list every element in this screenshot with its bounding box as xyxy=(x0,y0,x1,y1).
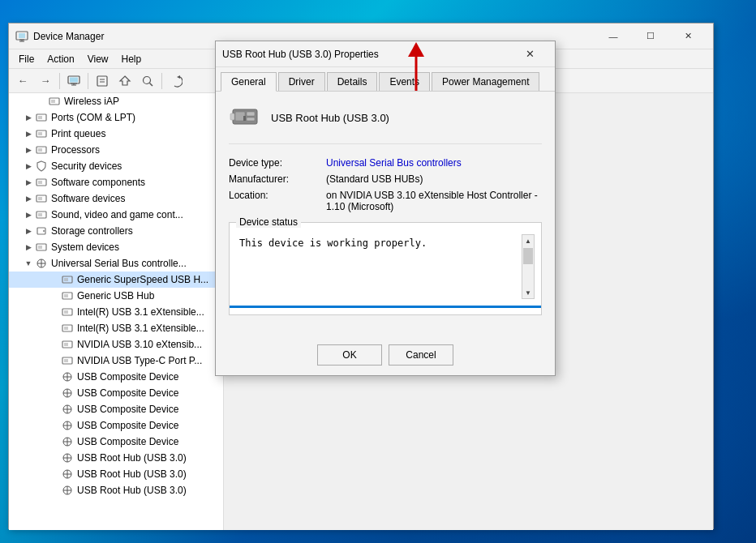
tree-item-nvidia-typec[interactable]: NVIDIA USB Type-C Port P... xyxy=(9,353,223,369)
tree-item-label: NVIDIA USB 3.10 eXtensib... xyxy=(77,339,202,350)
back-button[interactable]: ← xyxy=(12,71,33,91)
menu-file[interactable]: File xyxy=(12,52,41,66)
svg-rect-40 xyxy=(64,294,68,297)
device-name-label: USB Root Hub (USB 3.0) xyxy=(271,112,389,124)
tree-item-usb-comp1[interactable]: USB Composite Device xyxy=(9,369,223,385)
cancel-button[interactable]: Cancel xyxy=(389,344,453,366)
tree-item-icon xyxy=(35,143,48,156)
tree-item-generic-usb[interactable]: Generic USB Hub xyxy=(9,288,223,304)
tree-item-icon xyxy=(35,176,48,189)
tree-item-label: Generic USB Hub xyxy=(77,290,154,301)
svg-rect-76 xyxy=(247,118,255,121)
tab-general[interactable]: General xyxy=(221,72,277,92)
menu-action[interactable]: Action xyxy=(41,52,80,66)
scan-btn[interactable] xyxy=(137,71,158,91)
tree-item-usb-root3[interactable]: USB Root Hub (USB 3.0) xyxy=(9,482,223,498)
tree-item-icon xyxy=(35,160,48,173)
tree-item-usb-root2[interactable]: USB Root Hub (USB 3.0) xyxy=(9,466,223,482)
tree-item-label: Sound, video and game cont... xyxy=(51,209,183,220)
minimize-button[interactable]: — xyxy=(595,24,632,49)
toolbar-sep-3 xyxy=(161,73,162,89)
ok-button[interactable]: OK xyxy=(317,344,382,366)
tree-item-label: Software devices xyxy=(51,193,125,204)
computer-icon-btn[interactable] xyxy=(63,71,84,91)
tree-item-icon xyxy=(61,354,74,367)
maximize-button[interactable]: ☐ xyxy=(632,24,669,49)
tree-item-sound[interactable]: ▶ Sound, video and game cont... xyxy=(9,207,223,223)
chevron-icon xyxy=(48,354,61,367)
tree-item-wireless[interactable]: Wireless iAP xyxy=(9,93,223,109)
tree-item-label: USB Root Hub (USB 3.0) xyxy=(77,468,187,480)
chevron-icon xyxy=(48,273,61,286)
device-header: USB Root Hub (USB 3.0) xyxy=(229,101,542,144)
tree-item-icon xyxy=(61,387,74,400)
scrollbar-up-btn[interactable]: ▲ xyxy=(522,235,534,246)
tree-item-label: USB Root Hub (USB 3.0) xyxy=(77,452,187,464)
tab-power-mgmt[interactable]: Power Management xyxy=(432,72,539,91)
tree-item-usb-root1[interactable]: USB Root Hub (USB 3.0) xyxy=(9,450,223,466)
properties-table: Device type: Universal Serial Bus contro… xyxy=(229,157,542,212)
svg-rect-33 xyxy=(38,246,42,249)
status-content: ▲ ▼ xyxy=(230,234,541,306)
tree-item-generic-ss[interactable]: Generic SuperSpeed USB H... xyxy=(9,272,223,288)
tree-item-storage[interactable]: ▶ Storage controllers xyxy=(9,223,223,239)
tree-item-usb-comp5[interactable]: USB Composite Device xyxy=(9,434,223,450)
location-value: on NVIDIA USB 3.10 eXtensible Host Contr… xyxy=(326,190,542,212)
tree-item-ports[interactable]: ▶ Ports (COM & LPT) xyxy=(9,109,223,126)
tree-item-print-queues[interactable]: ▶ Print queues xyxy=(9,126,223,142)
svg-rect-6 xyxy=(70,77,78,82)
tree-item-icon xyxy=(61,289,74,302)
tree-item-label: USB Root Hub (USB 3.0) xyxy=(77,485,187,496)
svg-rect-1 xyxy=(19,33,25,38)
tab-driver[interactable]: Driver xyxy=(278,72,325,91)
chevron-icon: ▶ xyxy=(22,111,35,124)
dialog-close-button[interactable]: ✕ xyxy=(511,42,548,66)
title-bar-controls: — ☐ ✕ xyxy=(595,24,707,49)
manufacturer-value: (Standard USB HUBs) xyxy=(326,173,542,185)
tree-item-icon xyxy=(35,111,48,124)
scrollbar-down-btn[interactable]: ▼ xyxy=(522,287,534,298)
manufacturer-label: Manufacturer: xyxy=(229,173,326,185)
tree-item-system[interactable]: ▶ System devices xyxy=(9,239,223,255)
tree-item-processors[interactable]: ▶ Processors xyxy=(9,142,223,158)
chevron-icon xyxy=(48,322,61,335)
chevron-icon xyxy=(48,451,61,464)
chevron-icon: ▶ xyxy=(22,192,35,205)
refresh-btn[interactable] xyxy=(165,71,187,91)
tree-item-usb-comp4[interactable]: USB Composite Device xyxy=(9,417,223,434)
scrollbar-thumb[interactable] xyxy=(523,248,533,264)
chevron-icon: ▶ xyxy=(22,176,35,189)
properties-btn[interactable] xyxy=(92,71,113,91)
tree-item-software-dev[interactable]: ▶ Software devices xyxy=(9,190,223,207)
tab-events[interactable]: Events xyxy=(379,72,430,91)
dialog-title: USB Root Hub (USB 3.0) Properties xyxy=(222,49,511,60)
update-btn[interactable] xyxy=(114,71,135,91)
tree-item-icon xyxy=(35,224,48,237)
close-button[interactable]: ✕ xyxy=(669,24,707,49)
svg-point-31 xyxy=(43,230,45,232)
svg-rect-10 xyxy=(97,76,107,86)
tab-details[interactable]: Details xyxy=(327,72,378,91)
dialog-buttons: OK Cancel xyxy=(216,338,555,375)
tree-item-icon xyxy=(61,273,74,286)
menu-help[interactable]: Help xyxy=(115,52,148,66)
svg-rect-23 xyxy=(38,148,42,152)
tree-item-icon xyxy=(61,451,74,464)
status-text[interactable] xyxy=(236,234,522,299)
location-row: Location: on NVIDIA USB 3.10 eXtensible … xyxy=(229,190,542,212)
tree-item-nvidia-usb[interactable]: NVIDIA USB 3.10 eXtensib... xyxy=(9,336,223,353)
forward-button[interactable]: → xyxy=(35,71,56,91)
chevron-icon xyxy=(48,484,61,497)
tree-item-usb-root[interactable]: ▼ Universal Serial Bus controlle... xyxy=(9,255,223,272)
tree-item-intel-usb2[interactable]: Intel(R) USB 3.1 eXtensible... xyxy=(9,320,223,336)
tree-item-usb-comp2[interactable]: USB Composite Device xyxy=(9,385,223,401)
svg-rect-38 xyxy=(64,278,68,281)
menu-view[interactable]: View xyxy=(81,52,115,66)
svg-rect-25 xyxy=(38,181,42,184)
tree-item-software-comp[interactable]: ▶ Software components xyxy=(9,174,223,190)
tree-item-intel-usb1[interactable]: Intel(R) USB 3.1 eXtensible... xyxy=(9,304,223,320)
dialog-title-bar: USB Root Hub (USB 3.0) Properties ✕ xyxy=(216,41,555,67)
tree-item-usb-comp3[interactable]: USB Composite Device xyxy=(9,401,223,417)
tree-item-icon xyxy=(61,306,74,319)
tree-item-security[interactable]: ▶ Security devices xyxy=(9,158,223,174)
